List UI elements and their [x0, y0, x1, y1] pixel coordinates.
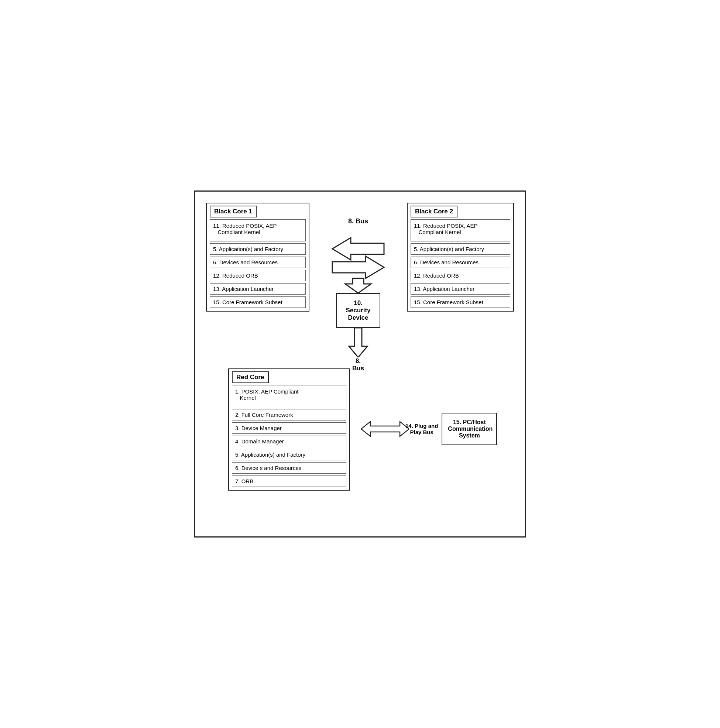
plug-play-label: 14. Plug andPlay Bus	[405, 423, 438, 435]
black-core-2-item-1: 11. Reduced POSIX, AEP Compliant Kernel	[411, 219, 510, 242]
black-core-1-item-4: 12. Reduced ORB	[210, 270, 306, 281]
red-core-item-6: 6. Device s and Resources	[232, 462, 346, 474]
black-core-2-item-2: 5. Application(s) and Factory	[411, 243, 510, 255]
red-core-box: Red Core 1. POSIX, AEP Compliant Kernel …	[228, 369, 350, 491]
red-core-item-5: 5. Application(s) and Factory	[232, 449, 346, 460]
security-device-label: 10.SecurityDevice	[346, 300, 370, 321]
red-core-item-1: 1. POSIX, AEP Compliant Kernel	[232, 385, 346, 407]
red-core-label: Red Core	[232, 372, 269, 383]
black-core-2-item-4: 12. Reduced ORB	[411, 270, 510, 281]
black-core-2-box: Black Core 2 11. Reduced POSIX, AEP Comp…	[407, 203, 514, 312]
red-core-wrapper: Red Core 1. POSIX, AEP Compliant Kernel …	[228, 369, 350, 491]
center-column: 8. Bus 10.SecurityDevice	[313, 203, 403, 372]
svg-marker-0	[332, 238, 384, 260]
red-core-header: Red Core	[229, 369, 349, 383]
svg-marker-3	[349, 328, 368, 357]
black-core-1-header: Black Core 1	[207, 203, 309, 217]
svg-marker-4	[361, 422, 409, 436]
red-core-item-3: 3. Device Manager	[232, 422, 346, 434]
red-core-item-7: 7. ORB	[232, 476, 346, 487]
bus-bottom-arrow	[347, 328, 369, 357]
black-core-2-item-6: 15. Core Framework Subset	[411, 297, 510, 308]
pc-host-box: 15. PC/HostCommunicationSystem	[441, 413, 497, 445]
black-core-2-item-5: 13. Application Launcher	[411, 283, 510, 295]
bus-arrows-svg	[329, 227, 388, 293]
pc-host-label: 15. PC/HostCommunicationSystem	[448, 419, 493, 439]
black-core-2-item-3: 6. Devices and Resources	[411, 257, 510, 268]
red-core-item-4: 4. Domain Manager	[232, 436, 346, 447]
svg-marker-1	[332, 256, 384, 278]
black-core-1-item-5: 13. Application Launcher	[210, 283, 306, 295]
red-core-item-2: 2. Full Core Framework	[232, 409, 346, 421]
black-core-2-header: Black Core 2	[407, 203, 513, 217]
black-core-1-item-3: 6. Devices and Resources	[210, 257, 306, 268]
black-core-1-item-2: 5. Application(s) and Factory	[210, 243, 306, 255]
diagram-container: Black Core 1 11. Reduced POSIX, AEP Comp…	[206, 203, 514, 491]
security-device-box: 10.SecurityDevice	[336, 293, 380, 328]
black-core-2-label: Black Core 2	[411, 206, 458, 217]
bottom-row: Red Core 1. POSIX, AEP Compliant Kernel …	[228, 369, 536, 491]
top-row: Black Core 1 11. Reduced POSIX, AEP Comp…	[206, 203, 514, 372]
bus-top-label: 8. Bus	[348, 217, 368, 225]
black-core-1-item-1: 11. Reduced POSIX, AEP Compliant Kernel	[210, 219, 306, 242]
black-core-1-item-6: 15. Core Framework Subset	[210, 297, 306, 308]
svg-marker-2	[345, 278, 371, 293]
black-core-1-label: Black Core 1	[210, 206, 257, 217]
plug-play-arrow	[361, 416, 409, 442]
black-core-1-box: Black Core 1 11. Reduced POSIX, AEP Comp…	[206, 203, 309, 312]
plug-play-section: 14. Plug andPlay Bus 15. PC/HostCommunic…	[361, 413, 497, 445]
outer-border: Black Core 1 11. Reduced POSIX, AEP Comp…	[194, 191, 526, 537]
